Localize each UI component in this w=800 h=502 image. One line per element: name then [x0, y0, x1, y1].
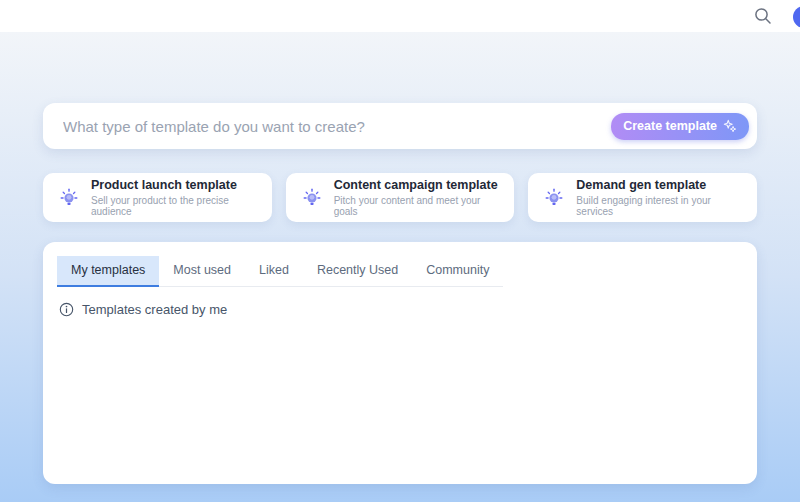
topbar — [0, 0, 800, 32]
tab-most-used[interactable]: Most used — [159, 256, 245, 287]
tab-community[interactable]: Community — [412, 256, 503, 287]
lightbulb-icon — [58, 187, 80, 209]
create-template-button[interactable]: Create template — [611, 113, 749, 140]
suggestion-card-demand-gen[interactable]: Demand gen template Build engaging inter… — [528, 173, 757, 222]
template-prompt-input[interactable] — [63, 118, 611, 135]
templates-tabs: My templates Most used Liked Recently Us… — [57, 256, 503, 287]
user-avatar[interactable] — [793, 6, 800, 28]
search-icon[interactable] — [754, 7, 772, 25]
card-subtitle: Build engaging interest in your services — [576, 195, 747, 217]
card-subtitle: Pitch your content and meet your goals — [334, 195, 505, 217]
create-template-label: Create template — [623, 119, 717, 133]
tab-recently-used[interactable]: Recently Used — [303, 256, 412, 287]
lightbulb-icon — [301, 187, 323, 209]
suggestion-card-content-campaign[interactable]: Content campaign template Pitch your con… — [286, 173, 515, 222]
card-title: Content campaign template — [334, 178, 505, 194]
template-prompt-bar: Create template — [43, 103, 757, 149]
tab-my-templates[interactable]: My templates — [57, 256, 159, 287]
page-background: Create template — [0, 32, 800, 502]
info-icon — [59, 302, 74, 317]
card-title: Product launch template — [91, 178, 262, 194]
card-subtitle: Sell your product to the precise audienc… — [91, 195, 262, 217]
empty-state-row: Templates created by me — [57, 302, 743, 317]
sparkles-icon — [723, 119, 737, 133]
suggestion-cards: Product launch template Sell your produc… — [43, 173, 757, 222]
tab-liked[interactable]: Liked — [245, 256, 303, 287]
lightbulb-icon — [543, 187, 565, 209]
suggestion-card-product-launch[interactable]: Product launch template Sell your produc… — [43, 173, 272, 222]
empty-state-text: Templates created by me — [82, 302, 227, 317]
templates-panel: My templates Most used Liked Recently Us… — [43, 242, 757, 484]
card-title: Demand gen template — [576, 178, 747, 194]
